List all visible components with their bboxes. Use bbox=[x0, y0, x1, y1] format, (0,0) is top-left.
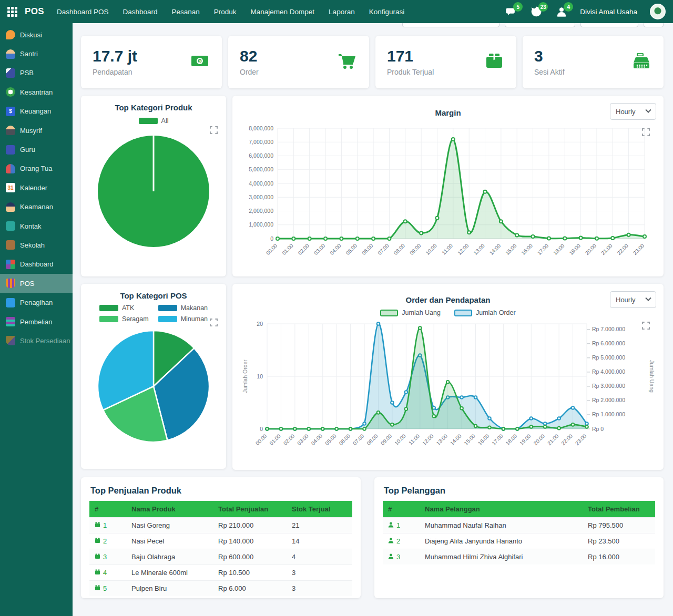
notification-badge: 4 bbox=[564, 2, 573, 12]
svg-text:19:00: 19:00 bbox=[568, 242, 582, 256]
svg-text:7,000,000: 7,000,000 bbox=[249, 139, 273, 145]
pembelian-icon bbox=[6, 317, 15, 326]
sidebar-item-guru[interactable]: Guru bbox=[0, 140, 73, 159]
sidebar-item-stok-persediaan[interactable]: Stok Persediaan bbox=[0, 331, 73, 350]
svg-text:10:00: 10:00 bbox=[424, 242, 438, 256]
svg-text:18:00: 18:00 bbox=[505, 433, 518, 446]
history-icon[interactable]: 23 bbox=[531, 6, 542, 17]
sidebar-item-dashboard[interactable]: Dashboard bbox=[0, 255, 73, 274]
sidebar-item-pos[interactable]: POS bbox=[0, 274, 73, 293]
nav-item-dashboard-pos[interactable]: Dashboard POS bbox=[57, 8, 108, 16]
svg-text:Rp 5.000.000: Rp 5.000.000 bbox=[592, 354, 625, 361]
legend-swatch bbox=[99, 305, 118, 311]
sidebar-item-kesantrian[interactable]: Kesantrian bbox=[0, 83, 73, 101]
column-header-total-penjualan: Total Penjualan bbox=[213, 501, 287, 518]
sidebar-item-keuangan[interactable]: $Keuangan bbox=[0, 102, 73, 121]
legend-item-makanan[interactable]: Makanan bbox=[158, 304, 208, 312]
sidebar-item-santri[interactable]: Santri bbox=[0, 44, 73, 63]
sidebar-item-diskusi[interactable]: Diskusi bbox=[0, 25, 73, 44]
nav-item-dashboard[interactable]: Dashboard bbox=[123, 8, 157, 16]
customers-table: #Nama PelangganTotal Pembelian 1Muhammad… bbox=[383, 501, 655, 564]
sidebar-item-kontak[interactable]: Kontak bbox=[0, 217, 73, 235]
avatar[interactable] bbox=[650, 4, 666, 19]
user-name[interactable]: Divisi Amal Usaha bbox=[580, 8, 637, 16]
stat-card-sesi-aktif: 3Sesi Aktif bbox=[523, 36, 664, 88]
sidebar-item-kalender[interactable]: 31Kalender bbox=[0, 178, 73, 197]
box-icon bbox=[95, 584, 100, 592]
nav-item-produk[interactable]: Produk bbox=[214, 8, 237, 16]
cell: Rp 6.000 bbox=[213, 581, 287, 597]
svg-text:10:00: 10:00 bbox=[393, 433, 407, 446]
svg-text:20:00: 20:00 bbox=[584, 242, 598, 256]
table-row: 4Le Minerale 600mlRp 10.5003 bbox=[89, 565, 352, 581]
svg-text:21:00: 21:00 bbox=[546, 433, 560, 446]
expand-icon[interactable] bbox=[642, 322, 650, 332]
brand-pos[interactable]: POS bbox=[25, 6, 44, 17]
svg-text:05:00: 05:00 bbox=[324, 433, 338, 446]
svg-text:Rp 4.000.000: Rp 4.000.000 bbox=[592, 368, 625, 375]
nav-item-konfigurasi[interactable]: Konfigurasi bbox=[369, 8, 405, 16]
top-kategori-produk-pie bbox=[94, 132, 213, 251]
order-interval-select[interactable]: Hourly bbox=[610, 291, 656, 308]
table-row: 1Nasi GorengRp 210.00021 bbox=[89, 518, 352, 533]
kalender-icon: 31 bbox=[6, 183, 15, 192]
user-session-icon[interactable]: 4 bbox=[556, 6, 567, 17]
cell: Rp 210.000 bbox=[213, 518, 287, 533]
legend-item-all[interactable]: All bbox=[139, 117, 169, 125]
expand-icon[interactable] bbox=[210, 126, 218, 136]
pie-produk-legend: All bbox=[88, 117, 219, 125]
legend-item-atk[interactable]: ATK bbox=[99, 304, 149, 312]
nav-item-pesanan[interactable]: Pesanan bbox=[171, 8, 199, 16]
svg-text:12:00: 12:00 bbox=[456, 242, 470, 256]
notification-badge: 23 bbox=[538, 2, 548, 12]
svg-text:11:00: 11:00 bbox=[441, 242, 454, 255]
sidebar-item-sekolah[interactable]: Sekolah bbox=[0, 235, 73, 254]
expand-icon[interactable] bbox=[642, 128, 650, 138]
stat-card-produk-terjual: 171Produk Terjual bbox=[375, 36, 516, 88]
column-header-total-pembelian: Total Pembelian bbox=[583, 501, 655, 518]
box-icon bbox=[95, 521, 100, 529]
table-row: 3Muhammad Hilmi Zhiva AlghifariRp 16.000 bbox=[383, 549, 655, 565]
nav-item-manajemen-dompet[interactable]: Manajemen Dompet bbox=[251, 8, 315, 16]
legend-item-minuman[interactable]: Minuman bbox=[158, 315, 208, 323]
svg-text:07:00: 07:00 bbox=[376, 242, 390, 256]
cell: Nasi Goreng bbox=[126, 518, 213, 533]
expand-icon[interactable] bbox=[210, 319, 218, 328]
sidebar-item-keamanan[interactable]: Keamanan bbox=[0, 198, 73, 217]
svg-text:22:00: 22:00 bbox=[616, 242, 630, 256]
sidebar-item-orang-tua[interactable]: Orang Tua bbox=[0, 159, 73, 178]
apps-grid-icon[interactable] bbox=[7, 7, 17, 17]
box-icon bbox=[95, 537, 100, 545]
svg-text:Jumlah Uang: Jumlah Uang bbox=[649, 360, 655, 393]
nav-item-laporan[interactable]: Laporan bbox=[329, 8, 355, 16]
card-top-penjualan-produk: Top Penjualan Produk #Nama ProdukTotal P… bbox=[81, 477, 361, 598]
sidebar-item-musyrif[interactable]: Musyrif bbox=[0, 121, 73, 140]
svg-text:14:00: 14:00 bbox=[488, 242, 502, 256]
sidebar-item-penagihan[interactable]: Penagihan bbox=[0, 293, 73, 312]
sidebar-item-pembelian[interactable]: Pembelian bbox=[0, 312, 73, 331]
legend-item-jumlah-order[interactable]: Jumlah Order bbox=[454, 309, 516, 316]
margin-interval-select[interactable]: Hourly bbox=[610, 103, 656, 120]
column-header-nama-pelanggan: Nama Pelanggan bbox=[420, 501, 583, 518]
chat-icon[interactable]: 5 bbox=[505, 6, 517, 17]
legend-item-jumlah-uang[interactable]: Jumlah Uang bbox=[380, 309, 441, 316]
svg-text:07:00: 07:00 bbox=[352, 433, 365, 446]
sidebar-item-psb[interactable]: PSB bbox=[0, 64, 73, 83]
legend-item-seragam[interactable]: Seragam bbox=[99, 315, 149, 323]
money-bill-icon: 0 bbox=[190, 52, 209, 73]
svg-text:13:00: 13:00 bbox=[472, 242, 486, 256]
svg-text:00:00: 00:00 bbox=[265, 242, 279, 256]
svg-text:Rp 3.000.000: Rp 3.000.000 bbox=[592, 383, 625, 389]
legend-swatch bbox=[380, 310, 398, 316]
svg-text:0: 0 bbox=[270, 235, 273, 242]
cell: 3 bbox=[287, 581, 352, 597]
column-header--: # bbox=[383, 501, 420, 518]
cell: Rp 10.500 bbox=[213, 565, 287, 581]
svg-text:20:00: 20:00 bbox=[533, 433, 546, 446]
cell: 3 bbox=[287, 565, 352, 581]
svg-text:15:00: 15:00 bbox=[463, 433, 476, 446]
svg-text:Rp 0: Rp 0 bbox=[592, 426, 604, 432]
svg-text:05:00: 05:00 bbox=[345, 242, 359, 256]
stok-icon bbox=[6, 336, 15, 345]
keamanan-icon bbox=[6, 202, 15, 212]
